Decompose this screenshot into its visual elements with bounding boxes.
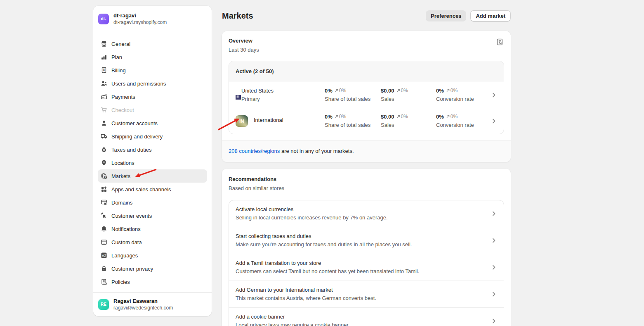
recommendations-subtitle: Based on similar stores	[229, 185, 504, 192]
trend-up-icon	[396, 88, 401, 93]
recommendations-title: Recommendations	[229, 176, 504, 183]
market-row[interactable]: IN International 0%	[229, 108, 504, 134]
sidebar-item-users-permissions[interactable]: Users and permissions	[98, 77, 207, 90]
sidebar-item-policies[interactable]: Policies	[98, 275, 207, 288]
sidebar-item-payments[interactable]: Payments	[98, 90, 207, 103]
recommendation-row[interactable]: Activate local currencies Selling in loc…	[229, 200, 504, 227]
add-market-button[interactable]: Add market	[470, 10, 511, 21]
money-bag-icon	[101, 146, 107, 153]
sidebar-item-customer-events[interactable]: Customer events	[98, 209, 207, 222]
storage-box-icon	[101, 239, 107, 245]
sidebar-item-plan[interactable]: Plan	[98, 50, 207, 64]
recommendation-row[interactable]: Add a cookie banner Local privacy laws m…	[229, 307, 504, 326]
document-icon	[101, 278, 107, 285]
sidebar-item-label: Languages	[111, 252, 138, 259]
settings-sidebar: dt- dt-ragavi dt-ragavi.myshopify.com Ge…	[93, 6, 212, 316]
sidebar-item-markets[interactable]: $ Markets	[98, 169, 207, 183]
overview-footer: 208 countries/regions are not in any of …	[222, 140, 511, 162]
stat-label: Conversion rate	[436, 122, 488, 128]
store-icon	[101, 40, 107, 47]
recommendation-title: Add a cookie banner	[236, 314, 484, 320]
sidebar-item-customer-privacy[interactable]: Customer privacy	[98, 262, 207, 275]
trend-up-icon	[335, 88, 339, 93]
stat-label: Conversion rate	[436, 96, 488, 102]
recommendation-title: Add a Tamil translation to your store	[236, 260, 484, 267]
recommendation-row[interactable]: Add a Tamil translation to your store Cu…	[229, 254, 504, 281]
sidebar-item-label: Payments	[111, 94, 135, 100]
markets-main: Markets Preferences Add market Overview …	[222, 0, 511, 326]
chevron-right-icon	[491, 92, 497, 98]
sidebar-item-label: Checkout	[111, 107, 134, 113]
stat-change: 0%	[335, 114, 346, 119]
billing-icon: $	[101, 67, 107, 74]
active-markets-rows: United States Primary 0% 0%	[229, 82, 504, 134]
stat-change: 0%	[446, 114, 458, 119]
stat-change: 0%	[446, 88, 458, 93]
countries-regions-link[interactable]: 208 countries/regions	[229, 148, 280, 154]
overview-footer-text: are not in any of your markets.	[280, 148, 354, 154]
recommendation-row[interactable]: Start collecting taxes and duties Make s…	[229, 227, 504, 254]
bell-icon	[101, 226, 107, 232]
preferences-button[interactable]: Preferences	[426, 10, 466, 21]
sidebar-item-taxes-duties[interactable]: Taxes and duties	[98, 143, 207, 156]
sidebar-item-label: Taxes and duties	[111, 147, 152, 153]
header-actions: Preferences Add market	[426, 10, 511, 21]
user-email: ragavi@wedesigntech.com	[113, 305, 173, 311]
recommendation-title: Add German to your International market	[236, 287, 484, 293]
stat-change: 0%	[396, 114, 408, 119]
page-title: Markets	[222, 11, 253, 21]
recommendation-title: Activate local currencies	[236, 206, 484, 213]
sidebar-item-customer-accounts[interactable]: Customer accounts	[98, 117, 207, 130]
market-stat-share: 0% 0% Share of total sales	[325, 88, 381, 102]
overview-subtitle: Last 30 days	[229, 47, 259, 53]
market-row[interactable]: United States Primary 0% 0%	[229, 82, 504, 108]
sidebar-item-label: Apps and sales channels	[111, 186, 171, 193]
sidebar-item-label: General	[111, 41, 130, 47]
sidebar-item-label: Notifications	[111, 226, 141, 232]
user-footer: RE Ragavi Easwaran ragavi@wedesigntech.c…	[93, 292, 212, 316]
sidebar-item-billing[interactable]: $ Billing	[98, 64, 207, 77]
recommendation-description: This market contains Austria, where Germ…	[236, 295, 484, 302]
sidebar-item-locations[interactable]: Locations	[98, 156, 207, 169]
store-header: dt- dt-ragavi dt-ragavi.myshopify.com	[93, 6, 212, 32]
plan-icon	[101, 54, 107, 60]
report-search-icon[interactable]	[496, 38, 504, 46]
sidebar-item-shipping-delivery[interactable]: Shipping and delivery	[98, 130, 207, 143]
recommendation-description: Make sure you're accounting for taxes an…	[236, 241, 484, 248]
sidebar-item-general[interactable]: General	[98, 37, 207, 50]
user-avatar: RE	[98, 299, 109, 310]
stat-label: Sales	[381, 96, 436, 102]
recommendation-description: Selling in local currencies increases re…	[236, 214, 484, 221]
sidebar-item-custom-data[interactable]: Custom data	[98, 236, 207, 249]
store-name: dt-ragavi	[113, 12, 167, 19]
domains-icon	[101, 199, 107, 206]
store-domain: dt-ragavi.myshopify.com	[113, 19, 167, 25]
sidebar-item-label: Markets	[111, 173, 130, 179]
sidebar-item-domains[interactable]: Domains	[98, 196, 207, 209]
sidebar-item-label: Plan	[111, 54, 122, 60]
trend-up-icon	[396, 114, 401, 119]
market-name: International	[254, 117, 283, 124]
sidebar-item-label: Domains	[111, 200, 132, 206]
sidebar-item-label: Locations	[111, 160, 134, 166]
store-avatar: dt-	[98, 14, 109, 24]
recommendation-row[interactable]: Add German to your International market …	[229, 281, 504, 307]
cart-icon	[101, 107, 107, 113]
user-name: Ragavi Easwaran	[113, 298, 173, 304]
chevron-right-icon	[491, 291, 497, 297]
sidebar-item-checkout[interactable]: Checkout	[98, 103, 207, 117]
trend-up-icon	[446, 88, 450, 93]
active-markets-table: Active (2 of 50) United States Primary	[229, 61, 504, 134]
sidebar-item-apps-sales-channels[interactable]: Apps and sales channels	[98, 183, 207, 196]
lock-icon	[101, 265, 107, 272]
sidebar-item-languages[interactable]: A Languages	[98, 249, 207, 262]
overview-title: Overview	[229, 38, 259, 44]
recommendation-description: Customers can select Tamil but no conten…	[236, 268, 484, 275]
sidebar-item-notifications[interactable]: Notifications	[98, 222, 207, 236]
market-stat-conversion: 0% 0% Conversion rate	[436, 114, 488, 128]
trend-up-icon	[446, 114, 450, 119]
stat-change: 0%	[396, 88, 408, 93]
market-subtitle: Primary	[241, 96, 274, 102]
location-pin-icon	[101, 159, 107, 166]
cursor-click-icon	[101, 212, 107, 219]
